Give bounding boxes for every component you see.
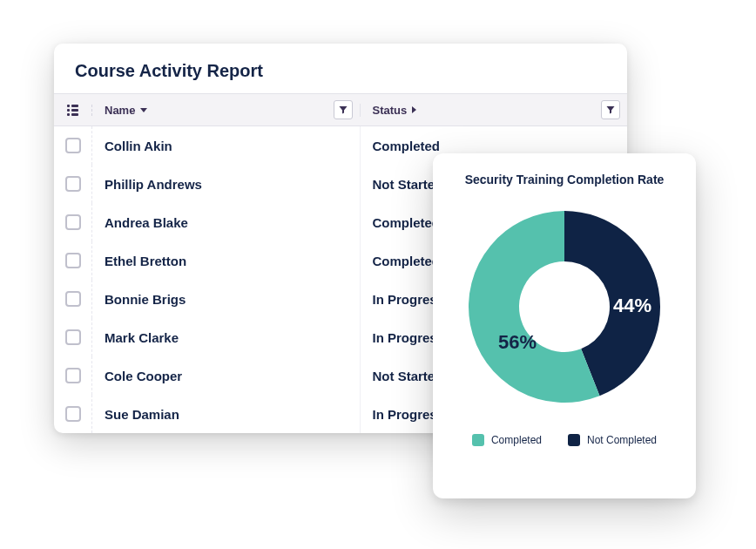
row-status: Completed: [373, 254, 441, 268]
row-checkbox[interactable]: [65, 329, 81, 345]
row-status: Completed: [373, 139, 441, 153]
row-name: Mark Clarke: [105, 330, 179, 345]
row-name-cell: Sue Damian: [92, 395, 361, 433]
list-icon: [67, 105, 78, 116]
column-header-status-label: Status: [373, 104, 408, 117]
row-checkbox[interactable]: [65, 253, 81, 268]
row-name: Ethel Bretton: [105, 254, 186, 268]
row-name-cell: Ethel Bretton: [92, 241, 361, 280]
row-checkbox[interactable]: [65, 176, 81, 192]
row-name-cell: Cole Cooper: [92, 356, 361, 395]
row-name-cell: Collin Akin: [92, 126, 361, 165]
row-checkbox[interactable]: [65, 406, 81, 422]
row-name: Phillip Andrews: [105, 177, 202, 192]
column-header-name[interactable]: Name: [92, 104, 361, 117]
filter-name-button[interactable]: [334, 100, 353, 119]
legend-label-completed: Completed: [491, 434, 542, 446]
row-checkbox[interactable]: [65, 214, 81, 230]
table-header-row: Name Status: [54, 93, 627, 126]
row-checkbox-cell: [54, 395, 92, 433]
row-checkbox[interactable]: [65, 138, 81, 153]
donut-label-not-completed: 44%: [613, 295, 651, 317]
row-name-cell: Bonnie Brigs: [92, 280, 361, 318]
donut-label-completed: 56%: [498, 331, 537, 354]
row-name: Andrea Blake: [105, 215, 188, 230]
chart-legend: Completed Not Completed: [472, 434, 657, 446]
funnel-icon: [605, 105, 616, 115]
row-checkbox-cell: [54, 165, 92, 203]
chart-title: Security Training Completion Rate: [465, 173, 665, 186]
row-status: Completed: [373, 215, 441, 230]
row-name-cell: Phillip Andrews: [92, 165, 361, 203]
legend-item-completed: Completed: [472, 434, 542, 446]
legend-swatch-completed: [472, 434, 484, 446]
funnel-icon: [338, 105, 348, 115]
report-title: Course Activity Report: [54, 44, 627, 93]
completion-rate-card: Security Training Completion Rate 56% 44…: [433, 153, 696, 498]
row-checkbox[interactable]: [65, 291, 81, 307]
column-header-status[interactable]: Status: [361, 104, 628, 117]
legend-label-not-completed: Not Completed: [587, 434, 657, 446]
row-name: Collin Akin: [105, 139, 172, 153]
row-checkbox-cell: [54, 126, 92, 165]
row-checkbox-cell: [54, 356, 92, 395]
row-checkbox-cell: [54, 241, 92, 280]
legend-swatch-not-completed: [568, 434, 580, 446]
row-name: Sue Damian: [105, 407, 179, 422]
filter-status-button[interactable]: [601, 100, 620, 119]
sort-right-icon: [412, 106, 416, 113]
row-checkbox-cell: [54, 203, 92, 241]
row-name-cell: Andrea Blake: [92, 203, 361, 241]
row-checkbox-cell: [54, 280, 92, 318]
column-header-name-label: Name: [105, 104, 135, 117]
sort-desc-icon: [140, 108, 147, 112]
row-name: Bonnie Brigs: [105, 292, 186, 307]
row-name: Cole Cooper: [105, 369, 182, 383]
row-name-cell: Mark Clarke: [92, 318, 361, 356]
legend-item-not-completed: Not Completed: [568, 434, 657, 446]
list-view-toggle[interactable]: [54, 105, 92, 116]
donut-chart: 56% 44%: [460, 202, 669, 411]
row-checkbox[interactable]: [65, 368, 81, 383]
row-checkbox-cell: [54, 318, 92, 356]
